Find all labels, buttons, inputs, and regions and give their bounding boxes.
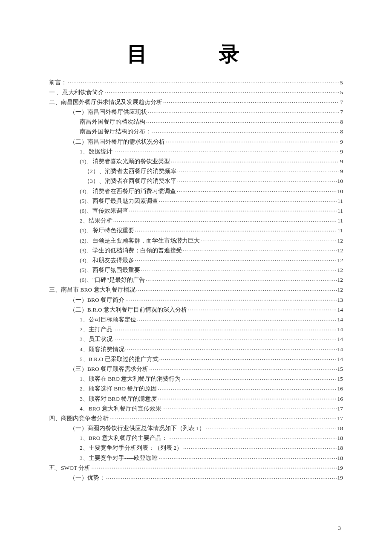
toc-entry: (4)、消费者在西餐厅的消费习惯调查10 bbox=[49, 187, 343, 194]
toc-leader-dots bbox=[68, 78, 339, 84]
toc-entry-text: 3、主要竞争对手-----欧登咖啡 bbox=[80, 455, 158, 461]
toc-entry-page: 16 bbox=[337, 386, 343, 392]
toc-entry-page: 12 bbox=[337, 267, 343, 273]
toc-entry-page: 13 bbox=[337, 297, 343, 303]
toc-entry-page: 19 bbox=[337, 475, 343, 481]
toc-leader-dots bbox=[125, 345, 337, 351]
toc-entry-page: 12 bbox=[337, 277, 343, 283]
toc-entry-text: 2、结果分析 bbox=[80, 218, 112, 224]
toc-entry: (2)、白领是主要顾客群，而学生市场潜力巨大12 bbox=[49, 237, 343, 243]
toc-leader-dots bbox=[162, 405, 337, 410]
toc-entry-page: 18 bbox=[337, 445, 343, 451]
toc-entry-page: 11 bbox=[337, 228, 343, 234]
toc-entry-text: 前言： bbox=[49, 80, 67, 86]
toc-entry: 五、SWOT 分析19 bbox=[49, 464, 343, 471]
toc-entry-text: 5、B.R.O 已采取过的推广方式 bbox=[80, 356, 159, 362]
toc-entry-page: 14 bbox=[337, 356, 343, 362]
toc-entry-text: 1、BRO 意大利餐厅的主要产品： bbox=[80, 435, 167, 441]
toc-entry-page: 5 bbox=[340, 90, 343, 95]
toc-leader-dots bbox=[182, 375, 336, 381]
toc-entry-text: (5)、西餐厅氛围最重要 bbox=[80, 267, 140, 273]
toc-entry: 四、商圈内竞争者分析17 bbox=[49, 414, 343, 421]
toc-entry: 2、顾客选择 BRO 餐厅的原因16 bbox=[49, 385, 343, 392]
toc-entry-page: 9 bbox=[340, 139, 343, 145]
toc-leader-dots bbox=[159, 454, 336, 460]
document-page: 目 录 前言：5一 、意大利饮食简介5二、南昌国外餐厅供求情况及发展趋势分析7（… bbox=[0, 0, 392, 509]
toc-entry: (1)、消费者喜欢光顾的餐饮业类型9 bbox=[49, 158, 343, 165]
toc-entry: (6)、宣传效果调查11 bbox=[49, 207, 343, 214]
toc-entry-text: （一）BRO 餐厅简介 bbox=[69, 297, 124, 303]
toc-entry-text: （一）商圈内餐饮行业供应总体情况如下（列表 1） bbox=[69, 425, 205, 431]
toc-entry-text: （二）南昌国外餐厅的需求状况分析 bbox=[69, 139, 165, 145]
toc-entry-text: 3、员工状况 bbox=[80, 336, 112, 342]
toc-entry: (5)、西餐厅氛围最重要12 bbox=[49, 266, 343, 273]
toc-entry: (6)、"口碑"是最好的广告12 bbox=[49, 276, 343, 283]
toc-entry-page: 12 bbox=[337, 248, 343, 254]
toc-entry: （一）BRO 餐厅简介13 bbox=[49, 296, 343, 303]
toc-entry-page: 11 bbox=[337, 198, 343, 204]
toc-leader-dots bbox=[113, 326, 337, 332]
toc-leader-dots bbox=[146, 276, 337, 282]
toc-entry-page: 18 bbox=[337, 455, 343, 461]
toc-entry-page: 17 bbox=[337, 416, 343, 422]
toc-entry-text: 4、BRO 意大利餐厅的宣传效果 bbox=[80, 406, 161, 412]
toc-entry-page: 18 bbox=[337, 425, 343, 431]
toc-entry-page: 10 bbox=[337, 178, 343, 184]
toc-leader-dots bbox=[125, 296, 336, 302]
toc-entry-text: 2、顾客选择 BRO 餐厅的原因 bbox=[80, 386, 157, 392]
toc-entry: 一 、意大利饮食简介5 bbox=[49, 88, 343, 95]
toc-leader-dots bbox=[177, 168, 340, 173]
toc-entry-page: 12 bbox=[337, 257, 343, 263]
toc-entry: （3）、消费者在西餐厅的消费水平10 bbox=[49, 177, 343, 184]
toc-leader-dots bbox=[106, 474, 337, 480]
toc-entry-page: 12 bbox=[337, 238, 343, 244]
toc-entry: 2、结果分析11 bbox=[49, 217, 343, 224]
toc-entry-page: 15 bbox=[337, 366, 343, 372]
toc-leader-dots bbox=[135, 227, 337, 233]
toc-entry-page: 7 bbox=[340, 109, 343, 115]
toc-entry-text: (3)、学生的低档消费；白领的普遍接受 bbox=[80, 248, 182, 254]
toc-entry: (3)、学生的低档消费；白领的普遍接受12 bbox=[49, 246, 343, 253]
toc-leader-dots bbox=[159, 355, 337, 361]
toc-entry-page: 18 bbox=[337, 435, 343, 441]
toc-entry: （2）、消费者去西餐厅的消费频率9 bbox=[49, 168, 343, 174]
toc-entry: (5)、西餐厅最具魅力因素调查11 bbox=[49, 197, 343, 204]
toc-leader-dots bbox=[177, 187, 337, 193]
toc-entry-text: (4)、消费者在西餐厅的消费习惯调查 bbox=[80, 188, 176, 194]
toc-leader-dots bbox=[168, 434, 337, 440]
toc-entry: 前言：5 bbox=[49, 78, 343, 85]
toc-entry-text: （二）B.R.O 意大利餐厅目前情况的深入分析 bbox=[69, 307, 187, 313]
toc-entry: 5、B.R.O 已采取过的推广方式14 bbox=[49, 355, 343, 362]
toc-entry-page: 14 bbox=[337, 347, 343, 353]
toc-leader-dots bbox=[201, 237, 337, 243]
toc-entry: （一）商圈内餐饮行业供应总体情况如下（列表 1）18 bbox=[49, 425, 343, 431]
toc-entry-page: 9 bbox=[340, 149, 343, 155]
toc-entry-page: 14 bbox=[337, 336, 343, 342]
toc-entry-text: 三、南昌市 BRO 意大利餐厅概况 bbox=[49, 287, 135, 293]
toc-leader-dots bbox=[137, 316, 337, 322]
toc-leader-dots bbox=[148, 108, 339, 114]
toc-leader-dots bbox=[158, 385, 336, 391]
toc-entry-text: (1)、餐厅特色很重要 bbox=[80, 228, 134, 234]
toc-entry: (1)、餐厅特色很重要11 bbox=[49, 227, 343, 234]
toc-entry-text: (2)、白领是主要顾客群，而学生市场潜力巨大 bbox=[80, 238, 200, 244]
toc-entry-text: 4、顾客消费情况 bbox=[80, 347, 124, 353]
toc-entry: （二）B.R.O 意大利餐厅目前情况的深入分析14 bbox=[49, 306, 343, 312]
toc-leader-dots bbox=[177, 177, 337, 183]
toc-entry: 三、南昌市 BRO 意大利餐厅概况12 bbox=[49, 286, 343, 293]
toc-entry: （三）BRO 餐厅顾客需求分析15 bbox=[49, 365, 343, 372]
toc-entry: 1、顾客在 BRO 意大利餐厅的消费行为15 bbox=[49, 375, 343, 382]
toc-entry-text: 1、公司目标顾客定位 bbox=[80, 317, 136, 323]
toc-entry: 3、顾客对 BRO 餐厅的满意度16 bbox=[49, 395, 343, 402]
toc-entry-text: (6)、"口碑"是最好的广告 bbox=[80, 277, 145, 283]
toc-entry-page: 15 bbox=[337, 376, 343, 382]
toc-entry: 2、主打产品14 bbox=[49, 326, 343, 332]
toc-leader-dots bbox=[166, 138, 339, 144]
toc-entry: 南昌外国餐厅的档次结构8 bbox=[49, 118, 343, 125]
toc-entry-text: 五、SWOT 分析 bbox=[49, 465, 90, 471]
toc-leader-dots bbox=[136, 286, 337, 292]
toc-entry-text: (5)、西餐厅最具魅力因素调查 bbox=[80, 198, 158, 204]
toc-entry-text: （一）优势： bbox=[69, 475, 105, 481]
toc-entry-page: 12 bbox=[337, 287, 343, 293]
toc-entry-page: 9 bbox=[340, 159, 343, 165]
